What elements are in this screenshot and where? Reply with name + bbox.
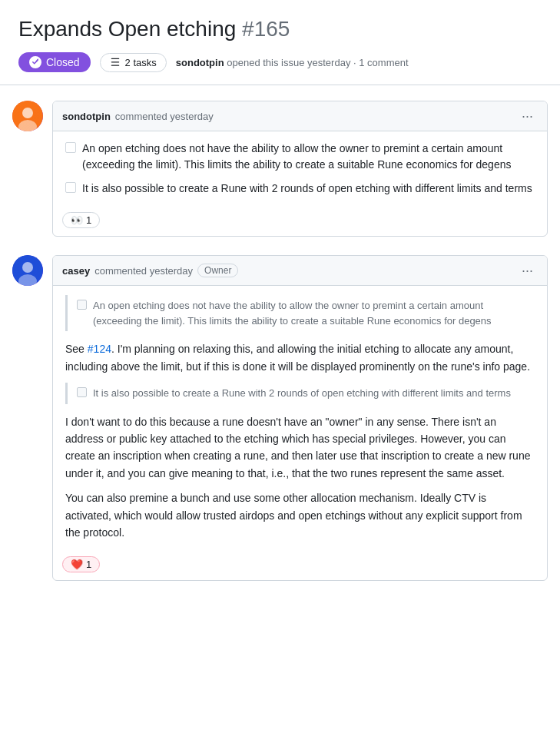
comment-more-button[interactable]: ··· bbox=[517, 108, 538, 124]
tasks-badge[interactable]: 2 tasks bbox=[100, 53, 167, 72]
page-header: Expands Open etching #165 Closed 2 tasks… bbox=[0, 0, 560, 85]
quoted-block: An open etching does not have the abilit… bbox=[65, 295, 535, 331]
task-item: An open etching does not have the abilit… bbox=[65, 141, 535, 173]
comment-box: sondotpin commented yesterday ··· An ope… bbox=[52, 101, 548, 237]
issue-link[interactable]: #124 bbox=[88, 343, 111, 355]
issue-meta-text: sondotpin opened this issue yesterday · … bbox=[176, 57, 409, 68]
comment-author: casey bbox=[62, 265, 90, 277]
quoted-checkbox bbox=[77, 300, 87, 310]
comment-paragraph: See #124. I'm planning on relaxing this,… bbox=[65, 340, 535, 375]
task-item: It is also possible to create a Rune wit… bbox=[65, 181, 535, 197]
comment-body: An open etching does not have the abilit… bbox=[53, 286, 547, 550]
task-text: An open etching does not have the abilit… bbox=[82, 141, 535, 173]
comment-spacer bbox=[12, 237, 548, 240]
reactions-row: ❤️ 1 bbox=[53, 550, 547, 580]
comments-section: sondotpin commented yesterday ··· An ope… bbox=[0, 101, 560, 612]
issue-title: Expands Open etching #165 bbox=[18, 15, 542, 43]
task-item: An open etching does not have the abilit… bbox=[77, 298, 525, 328]
avatar bbox=[12, 255, 43, 286]
comment-header: casey commented yesterday Owner ··· bbox=[53, 256, 547, 286]
quoted-text: It is also possible to create a Rune wit… bbox=[93, 386, 511, 401]
reaction-count: 1 bbox=[86, 214, 91, 226]
reaction-emoji: 👀 bbox=[71, 214, 83, 226]
comment-block: casey commented yesterday Owner ··· An o… bbox=[12, 255, 548, 581]
quoted-block: It is also possible to create a Rune wit… bbox=[65, 383, 535, 404]
status-label: Closed bbox=[46, 56, 80, 68]
comment-paragraph: I don't want to do this because a rune d… bbox=[65, 413, 535, 483]
header-divider bbox=[0, 85, 560, 85]
meta-author: sondotpin bbox=[176, 57, 224, 68]
reaction-button[interactable]: 👀 1 bbox=[62, 212, 100, 228]
comment-block: sondotpin commented yesterday ··· An ope… bbox=[12, 101, 548, 237]
quoted-text: An open etching does not have the abilit… bbox=[93, 298, 525, 328]
issue-number: #165 bbox=[242, 17, 290, 41]
meta-text: opened this issue yesterday · 1 comment bbox=[227, 57, 408, 68]
status-badge[interactable]: Closed bbox=[18, 52, 91, 72]
task-list: An open etching does not have the abilit… bbox=[65, 141, 535, 197]
comment-box: casey commented yesterday Owner ··· An o… bbox=[52, 255, 548, 581]
issue-meta-row: Closed 2 tasks sondotpin opened this iss… bbox=[18, 52, 542, 72]
svg-point-1 bbox=[22, 108, 33, 118]
task-checkbox[interactable] bbox=[65, 182, 76, 193]
title-text: Expands Open etching bbox=[18, 17, 236, 41]
avatar bbox=[12, 101, 43, 131]
reaction-emoji: ❤️ bbox=[71, 559, 83, 570]
comment-body: An open etching does not have the abilit… bbox=[53, 131, 547, 206]
task-text: It is also possible to create a Rune wit… bbox=[82, 181, 532, 197]
comment-timestamp: commented yesterday bbox=[115, 111, 214, 122]
comment-header-left: casey commented yesterday Owner bbox=[62, 264, 238, 277]
reactions-row: 👀 1 bbox=[53, 206, 547, 236]
tasks-icon bbox=[110, 57, 121, 68]
reaction-button[interactable]: ❤️ 1 bbox=[62, 556, 100, 572]
page-bottom-spacer bbox=[12, 581, 548, 612]
quoted-checkbox bbox=[77, 387, 87, 397]
comment-header-left: sondotpin commented yesterday bbox=[62, 111, 214, 122]
comment-paragraph: You can also premine a bunch and use som… bbox=[65, 489, 535, 541]
task-checkbox[interactable] bbox=[65, 142, 76, 153]
tasks-label: 2 tasks bbox=[125, 57, 157, 68]
comment-more-button[interactable]: ··· bbox=[517, 262, 538, 279]
svg-point-4 bbox=[22, 262, 33, 273]
comment-author: sondotpin bbox=[62, 111, 111, 122]
task-item: It is also possible to create a Rune wit… bbox=[77, 386, 525, 401]
comment-timestamp: commented yesterday bbox=[94, 265, 193, 277]
check-circle-icon bbox=[29, 56, 41, 68]
owner-badge: Owner bbox=[197, 264, 238, 277]
reaction-count: 1 bbox=[86, 559, 91, 570]
comment-header: sondotpin commented yesterday ··· bbox=[53, 101, 547, 131]
